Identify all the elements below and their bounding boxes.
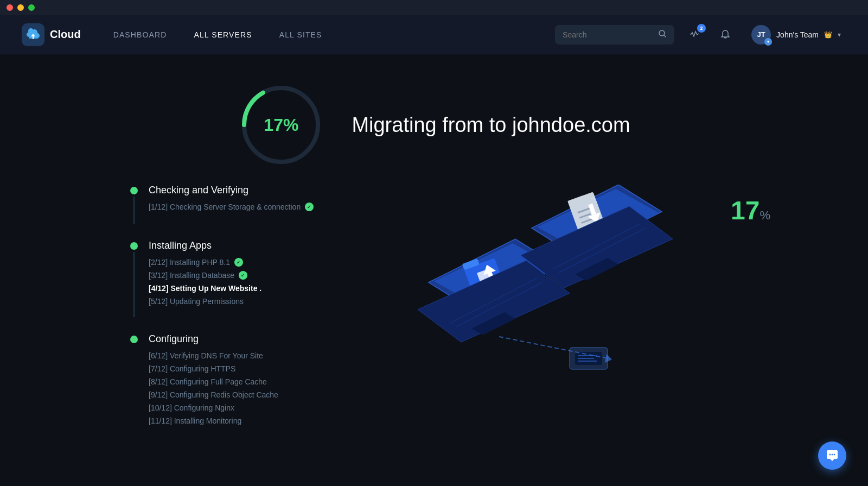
avatar: JT ● bbox=[751, 25, 771, 45]
step-item-2-12: [2/12] Installing PHP 8.1 ✓ bbox=[149, 258, 380, 267]
step-title-configuring: Configuring bbox=[149, 333, 380, 345]
step-line-2 bbox=[133, 252, 135, 317]
step-item-6-12: [6/12] Verifying DNS For Your Site bbox=[149, 351, 380, 360]
steps-section: Checking and Verifying [1/12] Checking S… bbox=[130, 185, 380, 446]
step-item-3-12: [3/12] Installing Database ✓ bbox=[149, 271, 380, 280]
search-box[interactable] bbox=[555, 25, 674, 45]
search-icon bbox=[658, 29, 667, 40]
step-item-1-12: [1/12] Checking Server Storage & connect… bbox=[149, 203, 380, 211]
activity-button[interactable]: 2 bbox=[685, 25, 705, 45]
user-name: John's Team bbox=[776, 30, 819, 39]
chevron-down-icon: ▾ bbox=[838, 31, 841, 39]
step-content-installing: Installing Apps [2/12] Installing PHP 8.… bbox=[149, 240, 380, 317]
maximize-button[interactable] bbox=[28, 4, 35, 11]
check-icon-3: ✓ bbox=[239, 271, 247, 280]
chat-button[interactable] bbox=[818, 441, 846, 470]
progress-text: 17% bbox=[264, 115, 298, 135]
step-item-10-12: [10/12] Configuring Nginx bbox=[149, 403, 380, 412]
step-group-installing: Installing Apps [2/12] Installing PHP 8.… bbox=[130, 240, 380, 317]
step-line-1 bbox=[133, 197, 135, 224]
nav-all-sites[interactable]: ALL SITES bbox=[279, 28, 322, 41]
nav-all-servers[interactable]: ALL SERVERS bbox=[194, 28, 252, 41]
step-indicator-2 bbox=[130, 240, 138, 317]
hero-section: 17% Migrating from to johndoe.com bbox=[0, 54, 868, 185]
step-item-5-12: [5/12] Updating Permissions bbox=[149, 297, 380, 306]
minimize-button[interactable] bbox=[17, 4, 24, 11]
logo-icon bbox=[22, 23, 44, 46]
user-menu[interactable]: JT ● John's Team 👑 ▾ bbox=[746, 22, 846, 48]
activity-badge: 2 bbox=[697, 24, 706, 33]
step-content-checking: Checking and Verifying [1/12] Checking S… bbox=[149, 185, 380, 224]
nav-dashboard[interactable]: DASHBOARD bbox=[113, 28, 167, 41]
step-item-8-12: [8/12] Configuring Full Page Cache bbox=[149, 377, 380, 386]
logo-text: Cloud bbox=[50, 28, 81, 41]
laptops-illustration bbox=[401, 185, 673, 402]
check-icon-1: ✓ bbox=[305, 203, 314, 211]
step-indicator-3 bbox=[130, 333, 138, 430]
step-title-checking: Checking and Verifying bbox=[149, 185, 380, 196]
svg-point-33 bbox=[829, 454, 831, 456]
step-item-4-12: [4/12] Setting Up New Website . bbox=[149, 284, 380, 293]
notifications-button[interactable] bbox=[716, 25, 735, 45]
circular-progress: 17% bbox=[238, 81, 324, 168]
step-group-checking: Checking and Verifying [1/12] Checking S… bbox=[130, 185, 380, 224]
search-input[interactable] bbox=[563, 30, 653, 39]
close-button[interactable] bbox=[7, 4, 13, 11]
avatar-badge: ● bbox=[764, 38, 772, 46]
titlebar bbox=[0, 0, 868, 15]
migration-title: Migrating from to johndoe.com bbox=[352, 113, 630, 137]
step-dot-3 bbox=[130, 336, 138, 343]
navbar-right: 2 JT ● John's Team 👑 ▾ bbox=[555, 22, 846, 48]
svg-point-34 bbox=[832, 454, 833, 456]
check-icon-2: ✓ bbox=[234, 258, 243, 267]
step-dot-2 bbox=[130, 242, 138, 250]
step-item-9-12: [9/12] Configuring Redis Object Cache bbox=[149, 390, 380, 399]
step-dot-1 bbox=[130, 187, 138, 194]
step-indicator-1 bbox=[130, 185, 138, 224]
step-content-configuring: Configuring [6/12] Verifying DNS For You… bbox=[149, 333, 380, 430]
crown-icon: 👑 bbox=[824, 31, 832, 39]
illustration-area bbox=[401, 185, 868, 413]
step-item-11-12: [11/12] Installing Monitoring bbox=[149, 416, 380, 425]
main-content: 17% Migrating from to johndoe.com 17% Ch… bbox=[0, 54, 868, 486]
svg-point-35 bbox=[834, 454, 835, 456]
navbar: Cloud DASHBOARD ALL SERVERS ALL SITES 2 bbox=[0, 15, 868, 54]
logo[interactable]: Cloud bbox=[22, 23, 81, 46]
step-group-configuring: Configuring [6/12] Verifying DNS For You… bbox=[130, 333, 380, 430]
step-item-7-12: [7/12] Configuring HTTPS bbox=[149, 364, 380, 373]
nav-links: DASHBOARD ALL SERVERS ALL SITES bbox=[113, 28, 555, 41]
step-title-installing: Installing Apps bbox=[149, 240, 380, 251]
